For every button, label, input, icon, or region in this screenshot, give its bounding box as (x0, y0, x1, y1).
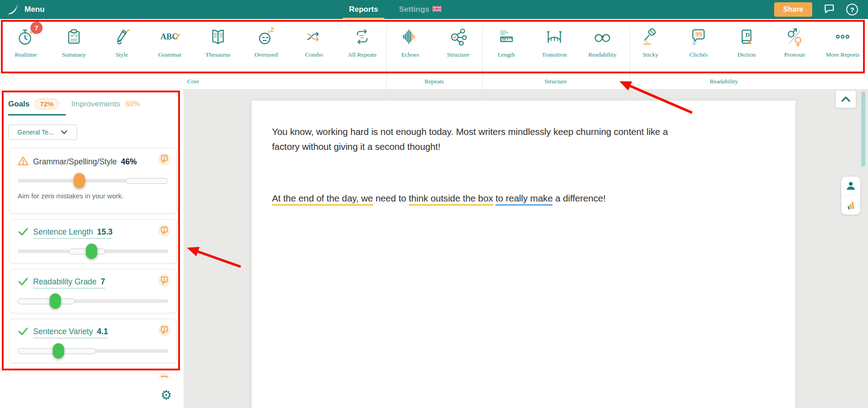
toolbar-item-transition[interactable]: Transition (530, 24, 578, 58)
menu-button[interactable]: Menu (0, 2, 44, 17)
combo-icon (302, 24, 326, 49)
tab-reports[interactable]: Reports (349, 0, 378, 19)
top-bar: Menu Reports Settings (0, 0, 868, 19)
goal-value: 4.1 (97, 327, 108, 336)
toolbar-item-summary[interactable]: Summary (50, 24, 98, 58)
toolbar-item-cliches[interactable]: 99 Clichés (674, 24, 723, 58)
overused-icon: z Z (254, 24, 278, 49)
goals-percent-badge: 72% (35, 99, 58, 109)
toolbar-divider (482, 26, 483, 100)
toolbar-divider (630, 26, 630, 100)
active-tab-underline (343, 18, 384, 19)
goal-card-list: Grammar/Spelling/Style 46% A (9, 148, 177, 378)
highlight-yellow[interactable]: think outside the box (409, 193, 493, 206)
info-icon[interactable] (158, 324, 170, 338)
highlight-blue[interactable]: to really make (495, 193, 553, 206)
toolbar-item-sticky[interactable]: Sticky (626, 24, 674, 58)
paragraph-1-line-2: factory without giving it a second thoug… (272, 139, 775, 154)
goals-tab-underline (8, 114, 66, 115)
share-button[interactable]: Share (774, 2, 812, 17)
plain-text: need to (373, 193, 409, 203)
toolbar-item-thesaurus[interactable]: Thesaurus (194, 24, 242, 58)
toolbar-item-pronoun[interactable]: Pronoun (771, 24, 819, 58)
profile-button[interactable] (841, 177, 860, 195)
menu-label: Menu (24, 5, 44, 14)
goal-card-grammar: Grammar/Spelling/Style 46% A (9, 148, 177, 214)
toolbar-item-structure[interactable]: Structure (434, 24, 482, 58)
svg-text:z: z (268, 29, 270, 34)
goal-card-partial (9, 369, 177, 378)
info-icon[interactable] (158, 225, 170, 239)
settings-gear-icon[interactable]: ⚙ (160, 389, 172, 402)
toolbar-item-all-repeats[interactable]: All Repeats (338, 24, 386, 58)
tab-settings[interactable]: Settings (399, 0, 441, 19)
summary-icon (62, 24, 86, 49)
tab-settings-label: Settings (399, 5, 429, 14)
tab-reports-label: Reports (349, 5, 378, 14)
chat-icon[interactable] (823, 3, 835, 16)
chevron-down-icon (61, 130, 68, 134)
slider-target-range (126, 178, 168, 184)
warning-icon (18, 156, 29, 168)
goal-card-sentence-variety: Sentence Variety 4.1 (9, 319, 177, 363)
goal-title: Sentence Variety (33, 327, 93, 336)
toolbar-item-style[interactable]: Style (98, 24, 146, 58)
goal-link[interactable]: Readability Grade 7 (33, 277, 105, 288)
echoes-icon (398, 24, 422, 49)
check-icon (18, 327, 29, 338)
toolbar-divider (386, 26, 387, 100)
more-reports-icon (830, 24, 855, 49)
toolbar-item-diction[interactable]: D Diction (723, 24, 771, 58)
slider-handle[interactable] (53, 343, 64, 359)
person-icon (845, 181, 856, 192)
stats-button[interactable] (841, 196, 860, 214)
slider-handle[interactable] (50, 293, 61, 309)
readability-icon (590, 24, 615, 49)
app-logo-icon (6, 2, 20, 17)
goal-card-readability-grade: Readability Grade 7 (9, 269, 177, 313)
vertical-scrollbar[interactable] (861, 91, 865, 167)
style-icon (110, 24, 134, 49)
collapse-toolbar-button[interactable] (836, 91, 856, 108)
tab-improvements[interactable]: Improvements (71, 100, 120, 109)
bar-chart-icon (845, 200, 856, 211)
highlight-yellow[interactable]: At the end of the day, we (272, 193, 373, 206)
toolbar-item-echoes[interactable]: Echoes (386, 24, 434, 58)
toolbar-group-core: Core (187, 78, 199, 85)
toolbar-item-length[interactable]: Length (482, 24, 530, 58)
toolbar-item-more-reports[interactable]: More Reports (819, 24, 867, 58)
toolbar-item-realtime[interactable]: 7 Realtime (2, 24, 50, 58)
thesaurus-icon (206, 24, 230, 49)
goal-caption: Aim for zero mistakes in your work. (18, 192, 168, 200)
goal-title: Readability Grade (33, 277, 97, 286)
toolbar-item-combo[interactable]: Combo (290, 24, 338, 58)
info-icon[interactable] (158, 274, 170, 288)
goal-title: Grammar/Spelling/Style (33, 157, 117, 166)
editor-canvas: You know, working hard is not enough tod… (184, 90, 868, 408)
slider-handle[interactable] (74, 173, 85, 188)
plain-text: a difference! (553, 193, 606, 203)
tab-goals[interactable]: Goals (8, 100, 29, 109)
slider-handle[interactable] (86, 244, 97, 259)
toolbar-item-grammar[interactable]: ABC Grammar (146, 24, 194, 58)
goal-title: Sentence Length (33, 227, 93, 236)
check-icon (18, 227, 29, 239)
toolbar-item-readability[interactable]: Readability (578, 24, 626, 58)
goal-card-sentence-length: Sentence Length 15.3 (9, 219, 177, 264)
paragraph-1-line-1: You know, working hard is not enough tod… (272, 124, 775, 139)
info-icon[interactable] (158, 153, 170, 167)
document-page[interactable]: You know, working hard is not enough tod… (252, 101, 795, 408)
goal-value: 46% (121, 157, 137, 166)
goal-link[interactable]: Sentence Length 15.3 (33, 227, 112, 239)
svg-text:D: D (746, 31, 750, 38)
goal-link[interactable]: Sentence Variety 4.1 (33, 327, 108, 338)
cliches-icon: 99 (686, 24, 711, 49)
document-text: You know, working hard is not enough tod… (252, 101, 795, 206)
help-icon[interactable]: ? (846, 4, 858, 15)
transition-icon (542, 24, 567, 49)
toolbar-item-overused[interactable]: z Z Overused (242, 24, 290, 58)
svg-text:Z: Z (271, 26, 274, 33)
check-icon (18, 277, 29, 288)
goal-slider (18, 179, 168, 182)
writing-style-dropdown[interactable]: General Te... (8, 125, 77, 140)
